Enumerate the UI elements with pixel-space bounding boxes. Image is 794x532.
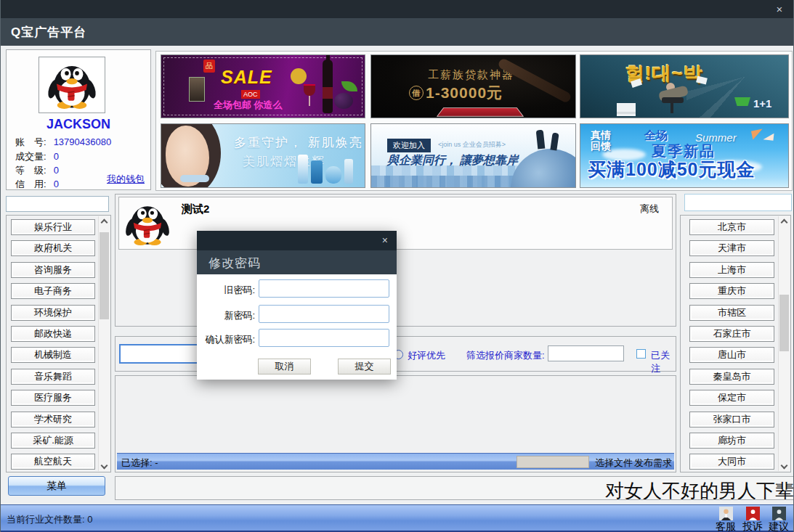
industry-button-7[interactable]: 音乐舞蹈 [11,369,95,385]
followed-checkbox[interactable] [636,349,646,359]
my-wallet-link[interactable]: 我的钱包 [107,173,145,186]
qq-penguin-avatar [39,57,105,113]
level-row: 等 级:0 [15,164,59,177]
new-password-label: 新密码: [197,309,255,322]
new-password-input[interactable] [259,305,389,323]
title-bar-top: × [1,0,794,18]
keyword-input[interactable] [119,344,203,364]
loan-headline: 工薪族贷款神器 [428,68,514,82]
industry-button-9[interactable]: 学术研究 [11,412,95,427]
quote-count-input[interactable] [548,345,624,361]
file-list-panel: 已选择: - 选择文件 发布需求 [115,375,676,472]
marquee-strip: 对女人不好的男人下辈子 [115,476,794,500]
file-input-box[interactable] [516,456,589,468]
city-button-0[interactable]: 北京市 [689,219,774,235]
industry-button-4[interactable]: 环境保护 [11,305,95,321]
menu-button[interactable]: 菜单 [8,476,105,496]
old-password-row: 旧密码: [197,279,397,298]
confirm-password-input[interactable] [259,329,389,347]
marquee-text: 对女人不好的男人下辈子 [605,478,794,500]
yellow-circle-decor [291,68,307,84]
complaint-icon [746,507,760,520]
status-bar: 当前行业文件数量: 0 客服 投诉 建议 [1,504,794,532]
sale-headline: SALE [221,67,272,88]
city-button-9[interactable]: 张家口市 [689,412,774,427]
confirm-password-row: 确认新密码: [197,329,397,348]
industry-button-11[interactable]: 航空航天 [11,454,95,470]
industry-button-2[interactable]: 咨询服务 [11,262,95,278]
ad-banner-summer-sale[interactable]: 真情回馈 全场 Summer 夏季新品 买满100减50元现金 [580,123,789,188]
city-button-11[interactable]: 大同市 [689,454,774,470]
scroll-down-icon[interactable] [101,462,108,470]
file-action-bar: 已选择: - 选择文件 发布需求 [117,453,674,470]
user-info-panel: JACKSON 账 号:13790436080 成交量:0 等 级:0 信 用:… [6,49,151,190]
chat-title: 测试2 [182,202,209,216]
window-close-icon[interactable]: × [771,2,787,17]
ad-banner-loan[interactable]: 工薪族贷款神器 借1-30000元 [370,54,576,118]
old-password-input[interactable] [259,279,389,298]
choose-file-button[interactable]: 选择文件 [595,457,633,470]
customer-service-button[interactable]: 客服 [713,507,739,531]
city-button-7[interactable]: 秦皇岛市 [689,369,774,385]
dialog-title: 修改密码 [197,250,397,274]
wine-glass-shape [304,84,315,96]
city-button-5[interactable]: 石家庄市 [689,326,774,342]
publish-demand-button[interactable]: 发布需求 [634,457,672,470]
scrollbar-thumb[interactable] [779,295,789,351]
wine-glass-stem [309,96,310,106]
industry-button-10[interactable]: 采矿.能源 [11,433,95,449]
city-scrollbar[interactable] [778,216,790,471]
industry-scrollbar[interactable] [98,216,110,471]
ad-banner-cosmetics[interactable]: 多重守护， 新肌焕亮 美肌熠熠生辉 [161,123,365,188]
app-window: { "window": { "app_title": "Q宝广告平台", "cl… [0,0,794,532]
scroll-up-icon[interactable] [781,219,788,226]
credit-value: 0 [54,179,59,189]
city-button-2[interactable]: 上海市 [689,262,774,278]
suggestion-button[interactable]: 建议 [766,507,792,531]
followed-label: 已关注 [651,349,676,375]
summer-promo: 买满100减50元现金 [588,157,755,181]
ad-banner-korean[interactable]: 헐!대~박 1+1 [580,54,789,118]
one-plus-one-text: 1+1 [753,97,771,110]
paper-stack [617,103,636,112]
industry-button-6[interactable]: 机械制造 [11,347,95,363]
new-password-row: 新密码: [197,305,397,324]
ad-banner-wine-sale[interactable]: 品 SALE AOC 全场包邮 你造么 [161,54,365,118]
industry-button-5[interactable]: 邮政快递 [11,326,95,342]
wine-bottle-shape [323,60,333,113]
industry-button-3[interactable]: 电子商务 [11,283,95,299]
city-button-8[interactable]: 保定市 [689,390,774,406]
join-badge: 欢迎加入 [387,139,431,152]
scroll-down-button[interactable] [99,463,110,468]
free-shipping-text: 全场包邮 你造么 [214,99,283,112]
dialog-close-icon[interactable]: × [382,235,388,245]
complaint-button[interactable]: 投诉 [740,507,766,531]
cosmetic-jar [325,166,341,184]
feedback-tag: 真情回馈 [591,130,615,152]
quote-count-label: 筛选报价商家数量: [466,349,545,362]
support-agent-icon [719,507,733,520]
city-button-6[interactable]: 唐山市 [689,347,774,363]
industry-button-8[interactable]: 医疗服务 [11,390,95,406]
industry-button-1[interactable]: 政府机关 [11,240,95,256]
city-button-4[interactable]: 市辖区 [689,305,774,321]
dialog-title-bar: × [197,231,397,250]
scroll-down-button[interactable] [779,463,790,468]
city-search-input[interactable] [684,194,792,211]
city-button-3[interactable]: 重庆市 [689,283,774,299]
industry-search-input[interactable] [6,196,109,212]
scrollbar-thumb[interactable] [100,232,109,319]
loan-circle-char: 借 [409,86,424,100]
scroll-down-icon[interactable] [781,462,788,470]
submit-button[interactable]: 提交 [338,359,391,375]
account-row: 账 号:13790436080 [15,136,111,149]
city-button-10[interactable]: 廊坊市 [689,433,774,449]
cancel-button[interactable]: 取消 [258,359,311,375]
scroll-up-icon[interactable] [101,219,108,226]
volume-row: 成交量:0 [15,150,59,163]
volume-value: 0 [54,151,59,162]
cosmetics-line1: 多重守护， 新肌焕亮 [234,134,363,151]
industry-button-0[interactable]: 娱乐行业 [11,219,95,235]
city-button-1[interactable]: 天津市 [689,240,774,256]
ad-banner-business[interactable]: 欢迎加入 <join us 企业会员招募> 與企業同行， 讓夢想靠岸 [370,123,576,188]
